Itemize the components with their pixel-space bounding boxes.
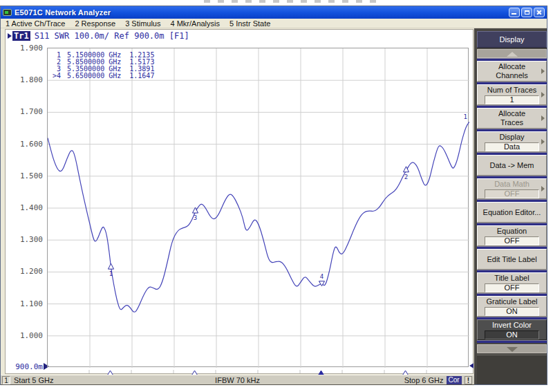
marker-number: 4: [320, 273, 324, 280]
trace-end-label: 1: [464, 113, 467, 120]
softkey-graticule-label[interactable]: Graticule Label ON: [477, 296, 547, 317]
chevron-right-icon: [541, 68, 545, 74]
plot-panel: Tr1 S11 SWR 100.0m/ Ref 900.0m [F1] 1.90…: [5, 29, 474, 374]
softkey-scroll-down[interactable]: [477, 344, 547, 353]
window-controls: [509, 8, 545, 17]
softkey-edit-title-label[interactable]: Edit Title Label: [477, 249, 547, 270]
menu-instr-state[interactable]: 5 Instr State: [225, 19, 275, 28]
chevron-right-icon: [541, 139, 545, 144]
y-tick-label: 1.600: [6, 140, 43, 149]
status-bar: 1 Start 5 GHz IFBW 70 kHz Stop 6 GHz Cor…: [1, 375, 474, 385]
y-tick-label: 1.500: [6, 171, 43, 180]
marker-number: 2: [404, 174, 408, 180]
softkey-data-math: Data Math OFF: [477, 178, 547, 199]
marker-number: 3: [194, 214, 197, 221]
softkey-scroll-up[interactable]: [477, 49, 547, 58]
marker-row: >45.6500000 GHz1.1647: [50, 73, 154, 80]
chevron-right-icon: [541, 186, 545, 192]
softkey-display-data[interactable]: Display Data: [477, 131, 547, 152]
softkey-data-to-mem[interactable]: Data -> Mem: [477, 155, 547, 176]
trace-header: Tr1 S11 SWR 100.0m/ Ref 900.0m [F1]: [8, 31, 189, 41]
y-tick-label: 1.300: [6, 235, 43, 244]
y-tick-label: 1.400: [6, 203, 43, 212]
restore-button[interactable]: [521, 8, 532, 17]
title-bar[interactable]: E5071C Network Analyzer: [1, 6, 547, 19]
restore-icon: [525, 10, 529, 15]
marker-number: 1: [109, 270, 113, 277]
menu-response[interactable]: 2 Response: [70, 19, 120, 28]
softkey-allocate-channels[interactable]: Allocate Channels: [477, 61, 547, 82]
minimize-icon: [512, 13, 516, 15]
graticule: 12341: [47, 48, 469, 367]
marker-icon[interactable]: [109, 263, 114, 269]
display-mode-value: Data: [485, 142, 539, 151]
menu-mkr-analysis[interactable]: 4 Mkr/Analysis: [165, 19, 225, 28]
softkey-sidebar: Display Allocate Channels Num of Traces …: [474, 28, 547, 384]
active-trace-arrow-icon: [8, 33, 12, 39]
warning-badge: !: [465, 376, 472, 384]
softkey-menu-title: Display: [477, 31, 547, 48]
softkey-equation[interactable]: Equation OFF: [477, 225, 547, 246]
softkey-num-of-traces[interactable]: Num of Traces 1: [477, 84, 547, 105]
softkey-title-label[interactable]: Title Label OFF: [477, 272, 547, 293]
triangle-down-icon: [507, 347, 518, 352]
swr-chart: 12341: [48, 48, 469, 368]
menu-active-ch-trace[interactable]: 1 Active Ch/Trace: [1, 19, 70, 28]
window-title: E5071C Network Analyzer: [15, 8, 111, 17]
trace-format-text: S11 SWR 100.0m/ Ref 900.0m [F1]: [35, 31, 189, 41]
close-button[interactable]: [534, 8, 545, 17]
start-frequency: Start 5 GHz: [14, 376, 53, 384]
screenshot-stage: E5071C Network Analyzer 1 Active Ch/Trac…: [0, 0, 553, 392]
marker-table: 15.1500000 GHz1.2135 25.8500000 GHz1.517…: [50, 52, 154, 80]
minimize-button[interactable]: [509, 8, 520, 17]
softkey-equation-editor[interactable]: Equation Editor...: [477, 202, 547, 223]
triangle-up-icon: [507, 52, 518, 57]
y-tick-label: 1.900: [6, 44, 43, 53]
y-tick-label: 1.700: [6, 107, 43, 116]
y-tick-label: 1.200: [6, 267, 43, 276]
graticule-label-value: ON: [485, 307, 539, 316]
app-icon: [3, 9, 12, 16]
ref-level-label: 900.0m: [6, 362, 43, 371]
cropped-caption-artifact: [204, 0, 377, 3]
title-label-value: OFF: [485, 283, 539, 292]
equation-value: OFF: [485, 236, 539, 245]
softkey-invert-color[interactable]: Invert Color ON: [477, 319, 547, 340]
num-of-traces-value: 1: [485, 95, 539, 104]
chevron-right-icon: [541, 115, 545, 121]
softkey-allocate-traces[interactable]: Allocate Traces: [477, 108, 547, 129]
ifbw-readout: IFBW 70 kHz: [215, 376, 260, 384]
analyzer-window: E5071C Network Analyzer 1 Active Ch/Trac…: [0, 6, 547, 385]
y-tick-label: 1.000: [6, 331, 43, 340]
main-area: Tr1 S11 SWR 100.0m/ Ref 900.0m [F1] 1.90…: [1, 28, 547, 384]
channel-number-box: 1: [2, 376, 10, 384]
data-math-value: OFF: [485, 189, 539, 198]
sidebar-filler: [477, 355, 547, 384]
y-tick-label: 1.100: [6, 299, 43, 308]
invert-color-value: ON: [485, 330, 539, 339]
chevron-right-icon: [541, 92, 545, 97]
menu-stimulus[interactable]: 3 Stimulus: [120, 19, 165, 28]
menu-bar: 1 Active Ch/Trace 2 Response 3 Stimulus …: [1, 19, 547, 28]
trace-badge[interactable]: Tr1: [12, 31, 30, 41]
y-tick-label: 1.800: [6, 75, 43, 84]
stop-frequency: Stop 6 GHz: [404, 376, 444, 384]
correction-badge: Cor: [447, 376, 462, 384]
